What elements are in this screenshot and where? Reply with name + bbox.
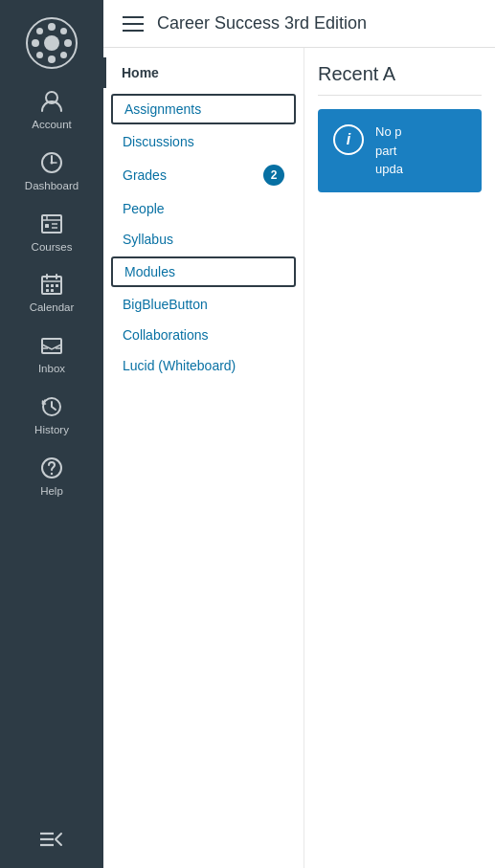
svg-point-8 (60, 28, 67, 34)
history-icon (38, 393, 65, 420)
sidebar-item-courses-label: Courses (32, 241, 73, 255)
svg-rect-23 (46, 284, 49, 287)
sidebar-item-history-label: History (34, 424, 69, 437)
inbox-icon (38, 332, 65, 359)
nav-discussions-label: Discussions (123, 134, 194, 149)
nav-syllabus-label: Syllabus (123, 232, 173, 247)
svg-point-1 (44, 35, 59, 51)
svg-rect-26 (46, 289, 49, 292)
grades-badge: 2 (263, 165, 284, 186)
sidebar-item-history[interactable]: History (0, 384, 103, 445)
nav-item-assignments[interactable]: Assignments (111, 94, 296, 124)
nav-grades-label: Grades (123, 167, 167, 183)
svg-rect-27 (51, 289, 54, 292)
sidebar-item-help[interactable]: Help (0, 445, 103, 506)
sidebar-item-inbox-label: Inbox (38, 363, 65, 376)
sidebar-item-inbox[interactable]: Inbox (0, 323, 103, 384)
topbar: Career Success 3rd Edition (103, 0, 495, 48)
hamburger-menu[interactable] (123, 16, 144, 32)
sidebar-item-courses[interactable]: Courses (0, 201, 103, 262)
main-content: Career Success 3rd Edition Home Assignme… (103, 0, 495, 868)
svg-point-4 (32, 39, 39, 47)
svg-point-2 (48, 23, 56, 31)
nav-item-lucid[interactable]: Lucid (Whiteboard) (103, 350, 304, 381)
svg-point-7 (60, 52, 67, 58)
sidebar-item-calendar[interactable]: Calendar (0, 261, 103, 323)
svg-point-33 (51, 473, 53, 475)
sidebar-item-calendar-label: Calendar (30, 301, 75, 315)
courses-icon (38, 211, 65, 237)
sidebar-item-help-label: Help (40, 485, 63, 499)
svg-rect-24 (51, 284, 54, 287)
content-area: Home Assignments Discussions Grades 2 Pe… (103, 48, 495, 868)
svg-point-6 (36, 28, 43, 34)
recent-activity-title: Recent A (318, 63, 482, 85)
divider (318, 95, 482, 96)
right-panel: Recent A i No ppartupda (304, 48, 495, 868)
dashboard-icon (38, 149, 65, 176)
collapse-button[interactable] (33, 824, 71, 855)
nav-item-discussions[interactable]: Discussions (103, 126, 304, 157)
sidebar: Account Dashboard Courses (0, 0, 103, 868)
sidebar-item-account-label: Account (32, 119, 72, 132)
sidebar-item-dashboard[interactable]: Dashboard (0, 140, 103, 201)
svg-point-9 (36, 52, 43, 58)
nav-lucid-label: Lucid (Whiteboard) (123, 358, 236, 373)
svg-rect-18 (45, 224, 49, 228)
help-icon (38, 455, 65, 481)
account-icon (38, 88, 65, 115)
sidebar-bottom (0, 811, 103, 868)
info-card-text: No ppartupda (375, 122, 403, 179)
svg-point-5 (64, 39, 72, 47)
course-title: Career Success 3rd Edition (157, 13, 367, 33)
sidebar-item-account[interactable]: Account (0, 78, 103, 140)
nav-item-bigbluebutton[interactable]: BigBlueButton (103, 289, 304, 320)
nav-item-grades[interactable]: Grades 2 (103, 157, 304, 193)
nav-item-modules[interactable]: Modules (111, 256, 296, 287)
nav-home-label: Home (122, 65, 159, 80)
svg-point-12 (51, 161, 54, 164)
nav-item-syllabus[interactable]: Syllabus (103, 224, 304, 255)
info-card: i No ppartupda (318, 109, 482, 192)
svg-point-3 (48, 56, 56, 63)
nav-item-home[interactable]: Home (103, 57, 304, 88)
app-logo[interactable] (26, 17, 78, 69)
nav-assignments-label: Assignments (124, 101, 201, 117)
nav-people-label: People (123, 201, 165, 216)
nav-item-people[interactable]: People (103, 193, 304, 224)
course-nav: Home Assignments Discussions Grades 2 Pe… (103, 48, 304, 868)
nav-item-collaborations[interactable]: Collaborations (103, 320, 304, 350)
info-icon: i (333, 124, 364, 155)
nav-modules-label: Modules (124, 264, 175, 279)
sidebar-item-dashboard-label: Dashboard (25, 180, 79, 193)
calendar-icon (38, 271, 65, 298)
nav-collaborations-label: Collaborations (123, 327, 209, 343)
svg-rect-25 (56, 284, 58, 287)
nav-bigbluebutton-label: BigBlueButton (123, 297, 208, 312)
